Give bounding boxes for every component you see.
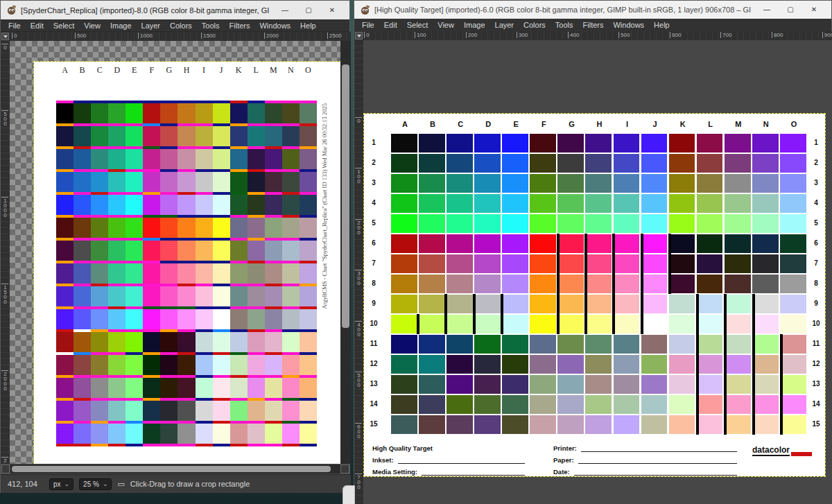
left-canvas[interactable]: ABCDEFGHIJKLMNO ArgyllCMS - Chart "Spyde…	[10, 41, 340, 464]
color-patch	[230, 195, 248, 215]
color-patch	[282, 401, 300, 421]
color-patch	[125, 195, 143, 215]
color-patch	[391, 214, 417, 233]
color-patch	[177, 286, 195, 306]
color-patch	[282, 424, 300, 444]
color-patch	[614, 355, 640, 374]
color-patch	[125, 401, 143, 421]
unit-dropdown[interactable]: px⌄	[49, 478, 73, 490]
menu-colors[interactable]: Colors	[165, 20, 197, 31]
color-patch	[752, 375, 779, 394]
menu-colors[interactable]: Colors	[519, 19, 551, 31]
color-patch	[391, 174, 417, 193]
menu-view[interactable]: View	[433, 19, 459, 31]
color-patch	[641, 154, 668, 173]
left-vertical-scrollbar[interactable]	[340, 41, 351, 464]
right-hruler[interactable]: 0100200300400500600700800900	[354, 31, 832, 40]
zoom-dropdown[interactable]: 25 %⌄	[79, 478, 112, 490]
color-patch	[614, 154, 640, 173]
color-patch	[474, 395, 501, 414]
scrollbar-thumb[interactable]	[12, 466, 331, 472]
menu-layer[interactable]: Layer	[137, 20, 166, 31]
color-patch	[530, 335, 556, 354]
color-patch	[91, 218, 108, 238]
vruler-label: 500	[355, 372, 362, 387]
color-patch	[196, 126, 213, 146]
color-patch	[557, 214, 584, 233]
right-titlebar[interactable]: [High Quality Target] (imported)-6.0 (RG…	[354, 1, 831, 19]
vruler-label: 0	[1, 44, 8, 49]
left-vruler[interactable]: 05001000150020002500	[1, 41, 10, 464]
menu-image[interactable]: Image	[105, 20, 137, 31]
menu-edit[interactable]: Edit	[26, 20, 49, 31]
menu-help[interactable]: Help	[295, 20, 321, 31]
stripe-segment	[91, 444, 108, 446]
column-letter: F	[143, 65, 160, 76]
maximize-button[interactable]: ▢	[779, 3, 802, 17]
maximize-button[interactable]: ▢	[297, 3, 320, 17]
navigation-button[interactable]	[340, 464, 349, 473]
quick-mask-toggle[interactable]	[1, 464, 10, 473]
color-patch	[213, 378, 230, 398]
registration-bar	[501, 314, 503, 334]
scrollbar-thumb[interactable]	[342, 64, 349, 328]
color-patch	[419, 134, 445, 153]
menu-image[interactable]: Image	[459, 19, 490, 31]
ruler-corner-button[interactable]	[1, 33, 9, 40]
close-button[interactable]: ✕	[320, 3, 344, 17]
minimize-button[interactable]: —	[273, 3, 297, 17]
color-patch	[725, 275, 751, 293]
left-chart-page[interactable]: ABCDEFGHIJKLMNO ArgyllCMS - Chart "Spyde…	[34, 62, 340, 464]
menu-file[interactable]: File	[3, 20, 26, 31]
color-patch	[56, 332, 73, 352]
menu-select[interactable]: Select	[49, 20, 80, 31]
menu-view[interactable]: View	[79, 20, 105, 31]
close-button[interactable]: ✕	[802, 3, 826, 17]
menu-help[interactable]: Help	[649, 19, 675, 31]
color-patch	[502, 415, 528, 434]
color-patch	[447, 194, 473, 213]
paper-label: Paper:	[553, 456, 574, 464]
hruler-label: 900	[822, 32, 832, 38]
color-patch	[265, 149, 282, 169]
menu-filters[interactable]: Filters	[578, 19, 609, 31]
menu-filters[interactable]: Filters	[225, 20, 255, 31]
left-chart-row	[56, 424, 317, 444]
menu-tools[interactable]: Tools	[197, 20, 225, 31]
color-patch	[752, 154, 779, 173]
menu-select[interactable]: Select	[402, 19, 433, 31]
pointer-position: 412, 104	[8, 480, 44, 488]
menu-windows[interactable]: Windows	[608, 19, 649, 31]
menu-file[interactable]: File	[357, 19, 379, 31]
color-patch	[697, 275, 723, 293]
color-patch	[641, 315, 668, 333]
color-patch	[91, 172, 108, 192]
left-hruler[interactable]: 05001000150020002500	[1, 32, 351, 41]
target-image[interactable]: ABCDEFGHIJKLMNO 112233445566778899101011…	[364, 114, 825, 476]
left-chart-column-letters: ABCDEFGHIJKLMNO	[56, 65, 317, 76]
color-patch	[91, 286, 108, 306]
menu-windows[interactable]: Windows	[254, 20, 295, 31]
color-patch	[91, 424, 108, 444]
stripe-segment	[230, 444, 248, 446]
menu-edit[interactable]: Edit	[379, 19, 402, 31]
left-horizontal-scrollbar[interactable]	[10, 464, 340, 473]
left-titlebar[interactable]: [SpyderChart_Replica] (imported)-8.0 (RG…	[1, 1, 349, 19]
menu-tools[interactable]: Tools	[551, 19, 578, 31]
right-vruler[interactable]: 0100200300400500600700	[354, 40, 363, 504]
color-patch	[474, 194, 501, 213]
registration-bar	[752, 334, 755, 354]
color-patch	[196, 149, 213, 169]
left-chart-row	[56, 309, 317, 329]
row-number-left: 7	[369, 259, 379, 267]
chevron-down-icon: ⌄	[103, 482, 108, 486]
color-patch	[125, 263, 143, 284]
ruler-corner-button[interactable]	[355, 32, 363, 40]
color-patch	[248, 401, 265, 421]
right-canvas[interactable]: ABCDEFGHIJKLMNO 112233445566778899101011…	[363, 40, 832, 504]
color-patch	[502, 254, 528, 273]
color-patch	[530, 375, 556, 394]
color-patch	[125, 103, 143, 123]
minimize-button[interactable]: —	[755, 3, 779, 17]
menu-layer[interactable]: Layer	[490, 19, 519, 31]
